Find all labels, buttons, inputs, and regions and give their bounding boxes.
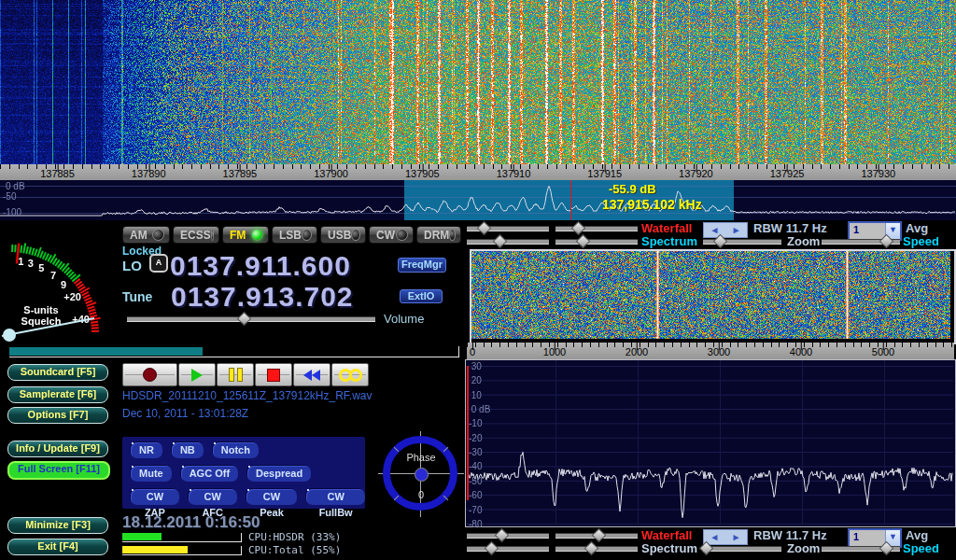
extio-button[interactable]: ExtIO — [400, 289, 443, 303]
dsp-button-despread[interactable]: Despread — [247, 466, 311, 482]
slider-thumb[interactable] — [485, 541, 499, 556]
mode-label: FM — [230, 229, 246, 242]
slider-thumb[interactable] — [584, 541, 599, 556]
mode-button-cw[interactable]: CW — [369, 226, 414, 244]
rbw-increase-arrow-icon[interactable]: ▸ — [725, 223, 747, 237]
slider-thumb[interactable] — [493, 234, 508, 249]
slider-thumb[interactable] — [879, 234, 894, 249]
waterfall-contrast-slider[interactable] — [555, 223, 638, 233]
dsp-button-notch[interactable]: Notch — [213, 442, 259, 458]
volume-slider[interactable] — [127, 314, 375, 324]
mode-label: CW — [376, 229, 395, 242]
waterfall-tab[interactable]: Waterfall — [641, 528, 692, 542]
menu-button-exit[interactable]: Exit [F4] — [7, 539, 108, 555]
db-scale-label: 0 dB — [469, 404, 490, 414]
mode-button-usb[interactable]: USB — [320, 226, 366, 244]
stop-button[interactable] — [255, 363, 292, 386]
mode-label: USB — [328, 229, 351, 242]
dsp-button-cw-zap[interactable]: CW ZAP — [131, 489, 179, 505]
band-select-button[interactable]: A — [149, 254, 168, 273]
menu-button-samplerate[interactable]: Samplerate [F6] — [7, 386, 108, 403]
volume-slider-thumb[interactable] — [237, 312, 252, 327]
menu-button-minimize[interactable]: Minimize [F3] — [7, 517, 108, 534]
spectrum-brightness-slider[interactable] — [467, 236, 549, 246]
record-button[interactable] — [122, 363, 177, 386]
rf-display-controls-top: Waterfall ◂ ▸ RBW 11.7 Hz 1 ▼ Avg Spectr… — [467, 221, 956, 249]
spectrum-contrast-slider[interactable] — [555, 543, 638, 553]
dsp-button-cw-fullbw[interactable]: CW FullBw — [306, 489, 365, 505]
ruler-label: 137885 — [40, 168, 75, 179]
mode-led-icon — [396, 229, 408, 241]
waterfall-brightness-slider[interactable] — [467, 530, 549, 540]
mode-button-am[interactable]: AM — [122, 226, 170, 244]
tune-frequency-display[interactable]: 0137.913.702 — [171, 283, 354, 311]
ruler-label: 1000 — [543, 346, 566, 357]
freqmgr-button[interactable]: FreqMgr — [398, 258, 446, 273]
rewind-button[interactable] — [293, 363, 330, 386]
pause-button[interactable] — [217, 363, 254, 386]
slider-thumb[interactable] — [713, 234, 728, 249]
menu-button-soundcard[interactable]: Soundcard [F5] — [7, 364, 108, 381]
lo-label: LO — [122, 258, 142, 273]
menu-button-options[interactable]: Options [F7] — [7, 407, 108, 424]
mode-button-lsb[interactable]: LSB — [272, 226, 317, 244]
slider-thumb[interactable] — [495, 528, 510, 543]
tune-label: Tune — [122, 289, 152, 304]
rewind-icon — [303, 370, 320, 381]
s-meter-gauge[interactable] — [0, 222, 126, 357]
db-scale-label: 20 — [469, 375, 482, 385]
slider-thumb[interactable] — [576, 234, 591, 249]
rbw-decrease-arrow-icon[interactable]: ◂ — [704, 223, 725, 237]
phase-indicator[interactable]: Phase 0 — [378, 431, 464, 517]
mode-button-fm[interactable]: FM — [222, 226, 269, 244]
menu-button-full[interactable]: Full Screen [F11] — [7, 461, 110, 480]
recording-file-date: Dec 10, 2011 - 13:01:28Z — [122, 407, 248, 420]
menu-button-info[interactable]: Info / Update [F9] — [7, 441, 108, 457]
spectrum-contrast-slider[interactable] — [555, 236, 638, 246]
slider-thumb[interactable] — [699, 541, 714, 556]
slider-thumb[interactable] — [591, 528, 606, 543]
cursor-frequency-readout: 137,915.102 kHz — [602, 197, 702, 212]
db-scale-label: 30 — [469, 361, 482, 371]
ruler-label: 5000 — [872, 346, 894, 357]
volume-label: Volume — [384, 312, 424, 326]
pause-icon — [229, 368, 243, 382]
waterfall-tab[interactable]: Waterfall — [641, 221, 692, 235]
zoom-slider[interactable] — [703, 236, 781, 246]
lo-frequency-display[interactable]: 0137.911.600 — [170, 252, 351, 280]
signal-level-bar[interactable] — [9, 346, 459, 357]
ruler-label: 3000 — [708, 346, 730, 357]
af-spectrum-display[interactable] — [466, 360, 953, 525]
dsp-button-nb[interactable]: NB — [172, 442, 204, 458]
dsp-button-nr[interactable]: NR — [131, 442, 162, 458]
dsp-button-cw-peak[interactable]: CW Peak — [246, 489, 298, 505]
loop-button[interactable] — [331, 363, 369, 386]
dsp-button-cw-afc[interactable]: CW AFC — [189, 489, 237, 505]
db-scale-label: -10 — [469, 418, 482, 428]
zoom-slider[interactable] — [703, 543, 781, 553]
dsp-button-mute[interactable]: Mute — [131, 466, 172, 482]
main-spectrum-display[interactable]: -55.9 dB 137,915.102 kHz 0 dB-50-100 — [0, 180, 956, 220]
spectrum-tab[interactable]: Spectrum — [641, 234, 697, 248]
waterfall-brightness-slider[interactable] — [467, 223, 549, 233]
main-waterfall-display[interactable] — [0, 0, 956, 164]
frequency-ruler[interactable]: 1378851378901378951379001379051379101379… — [0, 164, 956, 180]
main-spectrum-canvas[interactable] — [0, 180, 956, 220]
speed-slider[interactable] — [822, 236, 900, 246]
rbw-increase-arrow-icon[interactable]: ▸ — [725, 530, 747, 544]
mode-button-ecss[interactable]: ECSS — [173, 226, 219, 244]
dsp-panel: NRNBNotchMuteAGC OffDespreadCW ZAPCW AFC… — [122, 437, 365, 509]
dsp-button-agc-off[interactable]: AGC Off — [181, 466, 238, 482]
speed-slider[interactable] — [822, 543, 900, 553]
mode-led-icon — [351, 229, 360, 241]
mode-button-drm[interactable]: DRM — [416, 226, 461, 244]
loop-icon — [339, 369, 362, 382]
spectrum-brightness-slider[interactable] — [467, 543, 549, 553]
play-button[interactable] — [178, 363, 216, 386]
spectrum-tab[interactable]: Spectrum — [641, 541, 697, 555]
waterfall-contrast-slider[interactable] — [555, 530, 638, 540]
slider-thumb[interactable] — [476, 221, 491, 236]
slider-thumb[interactable] — [879, 541, 894, 556]
af-frequency-ruler[interactable]: 010002000300040005000 — [467, 343, 954, 359]
af-waterfall-display[interactable] — [471, 251, 950, 339]
